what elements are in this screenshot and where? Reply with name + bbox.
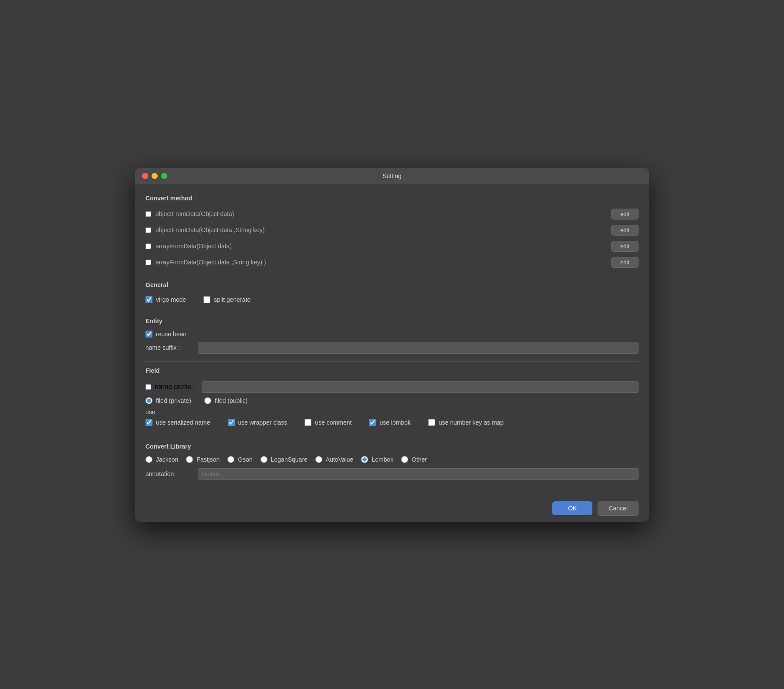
entity-label: Entity <box>145 317 639 324</box>
field-section: Field name prefix : filed (private) file… <box>145 367 639 428</box>
library-autovalue-radio[interactable] <box>315 456 322 463</box>
use-lombok-label: use lombok <box>379 419 411 426</box>
use-number-key-label: use number key as map <box>439 419 504 426</box>
maximize-button[interactable] <box>161 173 167 179</box>
use-lombok-row: use lombok <box>369 417 411 428</box>
reuse-bean-checkbox[interactable] <box>145 331 152 338</box>
edit-button-4[interactable]: edit <box>611 257 639 268</box>
library-other-label: Other <box>412 456 427 463</box>
library-fastjson-row: Fastjson <box>186 456 220 463</box>
use-serialized-name-checkbox[interactable] <box>145 419 152 426</box>
name-suffix-input[interactable] <box>198 342 639 354</box>
use-number-key-checkbox[interactable] <box>428 419 435 426</box>
virgo-mode-checkbox[interactable] <box>145 296 152 303</box>
name-prefix-checkbox[interactable] <box>145 384 151 390</box>
footer: OK Cancel <box>135 495 649 522</box>
field-private-row: filed (private) <box>145 397 191 404</box>
field-private-label: filed (private) <box>156 397 191 404</box>
method-checkbox-3[interactable] <box>145 243 151 249</box>
library-fastjson-label: Fastjson <box>196 456 220 463</box>
convert-library-section: Convert Library Jackson Fastjson Gson Lo… <box>145 439 639 486</box>
use-serialized-name-row: use serialized name <box>145 417 210 428</box>
field-private-radio[interactable] <box>145 397 152 404</box>
library-logansquare-label: LoganSquare <box>271 456 308 463</box>
field-label: Field <box>145 367 639 374</box>
use-label: use <box>145 409 639 415</box>
use-serialized-name-label: use serialized name <box>156 419 210 426</box>
field-public-radio[interactable] <box>204 397 211 404</box>
use-wrapper-class-checkbox[interactable] <box>228 419 235 426</box>
annotation-input[interactable] <box>198 468 639 480</box>
use-lombok-checkbox[interactable] <box>369 419 376 426</box>
name-prefix-label: name prefix : <box>155 383 195 391</box>
window: Setting Convert method objectFromData(Ob… <box>135 168 649 522</box>
method-row-3: arrayFromData(Object data) edit <box>145 238 639 254</box>
library-jackson-radio[interactable] <box>145 456 152 463</box>
library-autovalue-label: AutoValue <box>326 456 354 463</box>
library-other-radio[interactable] <box>401 456 408 463</box>
ok-button[interactable]: OK <box>552 501 592 515</box>
library-autovalue-row: AutoValue <box>315 456 354 463</box>
use-wrapper-class-row: use wrapper class <box>228 417 287 428</box>
split-generate-row: split generate <box>203 294 250 305</box>
field-public-row: filed (public) <box>204 397 247 404</box>
library-jackson-label: Jackson <box>156 456 178 463</box>
method-label-4: arrayFromData(Object data ,String key) ) <box>155 259 611 266</box>
method-label-3: arrayFromData(Object data) <box>155 243 611 250</box>
divider-2 <box>145 312 639 312</box>
title-bar: Setting <box>135 168 649 184</box>
method-checkbox-2[interactable] <box>145 227 151 233</box>
cancel-button[interactable]: Cancel <box>598 501 639 516</box>
split-generate-checkbox[interactable] <box>203 296 210 303</box>
library-logansquare-radio[interactable] <box>260 456 267 463</box>
library-gson-label: Gson <box>238 456 252 463</box>
use-number-key-row: use number key as map <box>428 417 504 428</box>
use-comment-row: use comment <box>304 417 351 428</box>
use-checkboxes: use serialized name use wrapper class us… <box>145 417 639 428</box>
library-jackson-row: Jackson <box>145 456 178 463</box>
virgo-mode-label: virgo mode <box>156 296 186 303</box>
library-lombok-label: Lombok <box>372 456 393 463</box>
method-label-2: objectFromData(Object data ,String key) <box>155 226 611 233</box>
divider-1 <box>145 276 639 276</box>
convert-library-label: Convert Library <box>145 443 639 450</box>
library-fastjson-radio[interactable] <box>186 456 193 463</box>
split-generate-label: split generate <box>214 296 250 303</box>
edit-button-1[interactable]: edit <box>611 209 639 220</box>
convert-method-label: Convert method <box>145 195 639 202</box>
edit-button-3[interactable]: edit <box>611 241 639 252</box>
name-suffix-label: name suffix : <box>145 344 198 351</box>
divider-3 <box>145 361 639 362</box>
library-gson-row: Gson <box>227 456 252 463</box>
library-other-row: Other <box>401 456 427 463</box>
annotation-row: annotation: <box>145 465 639 483</box>
method-row-2: objectFromData(Object data ,String key) … <box>145 222 639 238</box>
main-content: Convert method objectFromData(Object dat… <box>135 184 649 495</box>
method-row-4: arrayFromData(Object data ,String key) )… <box>145 254 639 270</box>
edit-button-2[interactable]: edit <box>611 225 639 236</box>
use-comment-label: use comment <box>315 419 351 426</box>
method-checkbox-1[interactable] <box>145 211 151 217</box>
field-radio-group: filed (private) filed (public) <box>145 395 639 406</box>
name-prefix-row: name prefix : <box>145 378 639 395</box>
use-comment-checkbox[interactable] <box>304 419 311 426</box>
name-prefix-input[interactable] <box>202 381 639 393</box>
method-checkbox-4[interactable] <box>145 260 151 265</box>
library-lombok-radio[interactable] <box>361 456 368 463</box>
convert-method-section: Convert method objectFromData(Object dat… <box>145 195 639 270</box>
library-lombok-row: Lombok <box>361 456 393 463</box>
general-label: General <box>145 281 639 288</box>
entity-section: Entity reuse bean name suffix : <box>145 317 639 356</box>
library-gson-radio[interactable] <box>227 456 234 463</box>
reuse-bean-label: reuse bean <box>156 331 186 338</box>
field-public-label: filed (public) <box>215 397 247 404</box>
traffic-lights <box>142 173 167 179</box>
general-row: virgo mode split generate <box>145 293 639 307</box>
virgo-mode-row: virgo mode <box>145 294 186 305</box>
name-suffix-row: name suffix : <box>145 339 639 356</box>
close-button[interactable] <box>142 173 148 179</box>
divider-4 <box>145 433 639 433</box>
window-title: Setting <box>382 172 402 179</box>
minimize-button[interactable] <box>152 173 158 179</box>
reuse-bean-row: reuse bean <box>145 329 639 339</box>
